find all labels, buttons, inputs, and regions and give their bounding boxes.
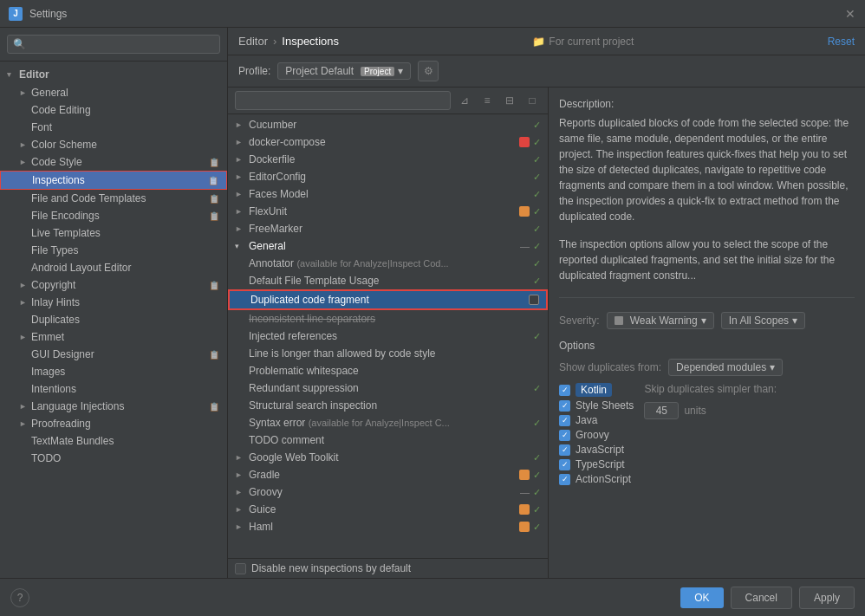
cancel-button[interactable]: Cancel — [731, 587, 792, 609]
sidebar-item-emmet[interactable]: ► Emmet — [0, 328, 227, 346]
typescript-checkbox[interactable]: ✓ — [559, 459, 570, 470]
insp-item-redundant-suppression[interactable]: Redundant suppression ✓ — [228, 379, 548, 397]
sidebar-item-lang-injections[interactable]: ► Language Injections 📋 — [0, 398, 227, 415]
lang-item-actionscript[interactable]: ✓ ActionScript — [559, 473, 634, 485]
sidebar-label-general: General — [31, 87, 220, 99]
scope-dropdown[interactable]: In All Scopes ▾ — [721, 312, 805, 329]
lang-item-java[interactable]: ✓ Java — [559, 414, 634, 426]
lang-item-kotlin[interactable]: ✓ Kotlin — [559, 383, 634, 397]
sidebar-label-file-types: File Types — [31, 244, 220, 256]
lang-item-style-sheets[interactable]: ✓ Style Sheets — [559, 399, 634, 412]
insp-group-faces-model[interactable]: ► Faces Model ✓ — [228, 185, 548, 203]
insp-item-line-too-long[interactable]: Line is longer than allowed by code styl… — [228, 345, 548, 362]
sidebar-item-duplicates[interactable]: Duplicates — [0, 311, 227, 328]
insp-group-dockerfile[interactable]: ► Dockerfile ✓ — [228, 151, 548, 168]
sidebar-item-intentions[interactable]: Intentions — [0, 380, 227, 398]
disable-new-checkbox[interactable] — [235, 563, 246, 574]
insp-item-duplicated-code[interactable]: Duplicated code fragment — [228, 289, 548, 310]
insp-group-gradle[interactable]: ► Gradle ✓ — [228, 466, 548, 483]
sidebar-label-textmate: TextMate Bundles — [31, 435, 220, 447]
style-sheets-checkbox[interactable]: ✓ — [559, 400, 570, 412]
sidebar-item-file-types[interactable]: File Types — [0, 242, 227, 259]
line-too-long-name: Line is longer than allowed by code styl… — [249, 347, 541, 360]
insp-group-editorconfig[interactable]: ► EditorConfig ✓ — [228, 168, 548, 185]
sidebar-item-proofreading[interactable]: ► Proofreading — [0, 415, 227, 432]
sidebar-label-font: Font — [31, 121, 220, 133]
actionscript-checkbox[interactable]: ✓ — [559, 474, 570, 485]
modules-dropdown[interactable]: Depended modules ▾ — [668, 359, 783, 376]
profile-gear-button[interactable]: ⚙ — [418, 61, 439, 81]
profile-value: Project Default — [285, 65, 354, 77]
insp-group-google-web[interactable]: ► Google Web Toolkit ✓ — [228, 449, 548, 466]
sidebar-item-images[interactable]: Images — [0, 363, 227, 380]
close-button[interactable]: ✕ — [844, 8, 856, 20]
breadcrumb-editor: Editor — [238, 35, 268, 48]
settings-button[interactable]: □ — [524, 92, 541, 109]
insp-group-cucumber[interactable]: ► Cucumber ✓ — [228, 116, 548, 133]
groovy-lang-checkbox[interactable]: ✓ — [559, 430, 570, 441]
insp-group-guice[interactable]: ► Guice ✓ — [228, 501, 548, 518]
freemarker-check: ✓ — [533, 224, 541, 235]
java-checkbox[interactable]: ✓ — [559, 415, 570, 426]
units-input[interactable] — [644, 402, 679, 419]
lang-item-javascript[interactable]: ✓ JavaScript — [559, 444, 634, 456]
sidebar-label-images: Images — [31, 366, 220, 378]
description-title: Description: — [559, 98, 855, 110]
insp-group-docker-compose[interactable]: ► docker-compose ✓ — [228, 133, 548, 151]
reset-button[interactable]: Reset — [828, 36, 855, 48]
sidebar-label-code-editing: Code Editing — [31, 104, 220, 116]
severity-value: Weak Warning — [630, 314, 698, 327]
sidebar-item-file-templates[interactable]: File and Code Templates 📋 — [0, 190, 227, 207]
insp-item-annotator[interactable]: Annotator (available for Analyze|Inspect… — [228, 255, 548, 272]
insp-group-flexunit[interactable]: ► FlexUnit ✓ — [228, 203, 548, 220]
sidebar-search-input[interactable] — [7, 35, 220, 54]
insp-item-structural-search[interactable]: Structural search inspection — [228, 397, 548, 414]
ok-button[interactable]: OK — [680, 587, 723, 608]
sidebar-item-live-templates[interactable]: Live Templates — [0, 224, 227, 242]
insp-item-default-template[interactable]: Default File Template Usage ✓ — [228, 272, 548, 289]
lang-item-typescript[interactable]: ✓ TypeScript — [559, 458, 634, 470]
profile-dropdown[interactable]: Project Default Project ▾ — [277, 62, 411, 80]
sidebar-item-todo[interactable]: TODO — [0, 450, 227, 467]
sidebar-item-android-layout[interactable]: Android Layout Editor — [0, 259, 227, 276]
insp-group-groovy[interactable]: ► Groovy — ✓ — [228, 483, 548, 501]
insp-item-syntax-error[interactable]: Syntax error (available for Analyze|Insp… — [228, 414, 548, 431]
lang-item-groovy[interactable]: ✓ Groovy — [559, 429, 634, 441]
apply-button[interactable]: Apply — [799, 587, 855, 609]
sidebar-item-copyright[interactable]: ► Copyright 📋 — [0, 276, 227, 294]
emmet-arrow: ► — [19, 333, 28, 341]
default-template-check: ✓ — [533, 276, 541, 287]
insp-group-general[interactable]: ▾ General — ✓ — [228, 237, 548, 255]
help-button[interactable]: ? — [10, 588, 29, 607]
insp-item-injected-refs[interactable]: Injected references ✓ — [228, 327, 548, 345]
sidebar-item-editor[interactable]: ▾ Editor — [0, 65, 227, 84]
severity-label: Severity: — [559, 314, 600, 327]
collapse-all-button[interactable]: ⊟ — [501, 92, 518, 109]
sidebar-item-inspections[interactable]: Inspections 📋 — [0, 171, 227, 190]
sidebar-item-code-style[interactable]: ► Code Style 📋 — [0, 153, 227, 171]
insp-item-inconsistent-separators[interactable]: Inconsistent line separators — [228, 310, 548, 327]
expand-all-button[interactable]: ≡ — [478, 92, 496, 109]
sidebar-item-textmate[interactable]: TextMate Bundles — [0, 432, 227, 450]
sidebar-item-file-encodings[interactable]: File Encodings 📋 — [0, 207, 227, 224]
sidebar-item-gui-designer[interactable]: GUI Designer 📋 — [0, 346, 227, 363]
severity-color-indicator — [615, 316, 623, 325]
javascript-checkbox[interactable]: ✓ — [559, 444, 570, 456]
inspections-search-input[interactable] — [235, 91, 451, 110]
sidebar-item-inlay-hints[interactable]: ► Inlay Hints — [0, 294, 227, 311]
sidebar-item-font[interactable]: Font — [0, 119, 227, 136]
insp-group-haml[interactable]: ► Haml ✓ — [228, 518, 548, 535]
insp-item-todo-comment[interactable]: TODO comment — [228, 431, 548, 449]
description-text2: The inspection options allow you to sele… — [559, 237, 855, 283]
severity-dropdown[interactable]: Weak Warning ▾ — [607, 312, 714, 329]
sidebar-item-code-editing[interactable]: Code Editing — [0, 101, 227, 119]
flexunit-arrow: ► — [235, 207, 245, 216]
insp-group-freemarker[interactable]: ► FreeMarker ✓ — [228, 220, 548, 237]
insp-item-prob-whitespace[interactable]: Problematic whitespace — [228, 362, 548, 379]
filter-button[interactable]: ⊿ — [456, 92, 473, 109]
disable-bar: Disable new inspections by default — [228, 558, 548, 578]
sidebar-item-general[interactable]: ► General — [0, 84, 227, 101]
kotlin-checkbox[interactable]: ✓ — [559, 385, 570, 396]
guice-severity — [519, 504, 530, 515]
sidebar-item-color-scheme[interactable]: ► Color Scheme — [0, 136, 227, 153]
